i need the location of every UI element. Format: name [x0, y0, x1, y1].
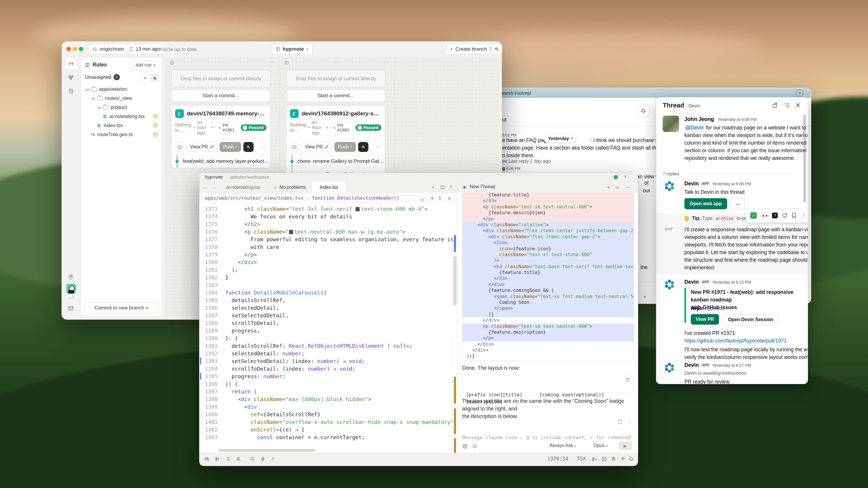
scrollbar-thumb[interactable] — [453, 256, 457, 305]
message-timestamp[interactable]: Yesterday at 6:15 PM — [712, 280, 751, 285]
check-reaction-icon[interactable]: ✓ — [750, 212, 757, 219]
editor-scrollbar[interactable] — [453, 203, 457, 453]
expand-input-icon[interactable]: ↗ — [628, 433, 632, 439]
push-button[interactable]: Push ↑ — [335, 142, 356, 152]
tree-item-product[interactable]: product — [83, 103, 160, 112]
tree-view-toggle[interactable] — [151, 74, 159, 82]
code-line[interactable]: 1373 <h2 className="text-3xl font-serif … — [199, 205, 453, 213]
code-line[interactable]: 1375 </h2> — [199, 221, 453, 228]
zeta-icon[interactable]: z» — [592, 456, 597, 462]
mention-icon[interactable]: @ — [462, 443, 468, 449]
collab-panel-icon[interactable] — [236, 456, 241, 462]
code-line[interactable]: 1388 scrollToDetail, — [199, 319, 453, 327]
code-line[interactable]: 1401 className="overflow-x-auto scrollba… — [199, 418, 453, 426]
open-devin-session-button[interactable]: Open Devin Session — [722, 314, 779, 325]
branch-card[interactable]: devin/1764380749-memory-pageNothing to .… — [171, 105, 270, 168]
code-line[interactable]: 1398 <div className="max-[800px]:block h… — [199, 395, 453, 403]
ci-status-badge[interactable]: ✓Passed — [241, 124, 267, 131]
user-avatar-switcher[interactable]: ▲▼ — [65, 282, 78, 300]
branch-name[interactable]: devin/1764380749-memory-page — [187, 110, 267, 117]
nav-back-icon[interactable]: ← — [203, 185, 208, 190]
start-commit-button[interactable]: Start a commit... — [286, 90, 385, 102]
split-pane-icon[interactable] — [440, 185, 445, 190]
cursor-position[interactable]: 1370:34 — [547, 456, 568, 462]
author-name[interactable]: Devin — [684, 279, 699, 285]
notifications-bell-icon[interactable] — [628, 456, 634, 462]
devin-emoji-icon[interactable]: ? — [772, 213, 778, 218]
lane-drag-handle[interactable]: ········ — [332, 60, 339, 64]
slack-search-input[interactable]: earch Fastrepl — [502, 91, 531, 96]
tab-ai-notetaking[interactable]: ai-notetaking.tsx — [219, 182, 268, 193]
new-tab-icon[interactable]: + — [431, 184, 435, 191]
message-timestamp[interactable]: Yesterday at 6:06 PM — [717, 117, 756, 122]
cursor-icon[interactable]: I — [438, 193, 441, 203]
open-web-app-button[interactable]: Open web app — [684, 198, 727, 209]
agent-history-icon[interactable]: ≔ — [615, 185, 620, 190]
tree-item-routetree-gen-ts[interactable]: TSrouteTree.gen.ts — [83, 130, 160, 139]
add-rule-button[interactable]: Add rule + — [132, 60, 159, 69]
code-line[interactable]: 1380 </div> — [199, 259, 453, 266]
diagnostics-icon[interactable]: ✓ — [271, 456, 275, 462]
commit-to-new-branch-button[interactable]: Commit to new branch + — [84, 302, 159, 314]
copy-icon[interactable] — [625, 377, 630, 382]
ci-status-badge[interactable]: ✓Passed — [355, 124, 381, 131]
model-selector[interactable]: Opus ▾ — [594, 443, 608, 448]
open-in-channel-icon[interactable] — [772, 102, 778, 108]
code-line[interactable]: 1386 selectedDetail, — [199, 304, 453, 312]
sort-icon[interactable]: ⇅ — [448, 193, 451, 203]
horizontal-scrollbar-thumb[interactable] — [219, 449, 315, 452]
list-view-toggle[interactable]: ≡ — [141, 74, 149, 82]
slack-titlebar[interactable]: earch Fastrepl ? — [499, 88, 811, 98]
code-line[interactable]: 1376 <p className="text-neutral-600 max-… — [199, 228, 453, 236]
mention[interactable]: @Devin — [684, 125, 705, 131]
expand-icon[interactable]: ↗ — [449, 185, 453, 190]
view-pr-button[interactable]: View PR — [691, 314, 719, 325]
tree-item-routes-view[interactable]: routes/_view — [83, 94, 160, 103]
code-line[interactable]: 1374 We focus on every bit of details — [199, 213, 453, 221]
project-selector[interactable]: hyprnote ▲▼ — [272, 44, 312, 55]
settings-gear-icon[interactable] — [65, 270, 77, 283]
quick-actions-icon[interactable] — [260, 456, 266, 462]
code-line[interactable]: 1387 setSelectedDetail, — [199, 312, 453, 319]
pr-badge[interactable]: PR #1982 — [330, 122, 353, 133]
help-icon[interactable]: ? — [796, 90, 803, 97]
send-button[interactable]: ▶ — [619, 442, 632, 450]
code-line[interactable]: 1403 const container = e.currentTarget; — [199, 433, 453, 441]
maximize-window-button[interactable] — [79, 47, 83, 51]
context-target-icon[interactable] — [472, 444, 477, 449]
close-icon[interactable]: ✕ — [795, 102, 801, 109]
code-line[interactable]: 1378 with care — [199, 243, 453, 251]
push-button[interactable]: Push ↑ — [220, 142, 241, 152]
permission-mode-selector[interactable]: Always Ask ▾ — [549, 443, 576, 448]
history-tab-icon[interactable] — [65, 85, 77, 97]
agent-more-icon[interactable]: ⋯ — [625, 184, 630, 190]
card-more-icon[interactable]: ⋯ — [376, 144, 381, 150]
tab-index-tsx[interactable]: index.tsx — [312, 182, 346, 193]
project-panel-icon[interactable] — [204, 456, 209, 462]
tree-item-ai-notetaking-tsx[interactable]: ai-notetaking.tsx — [83, 112, 160, 121]
branch-name[interactable]: devin/1764380912-gallery-shortcuts — [302, 110, 381, 117]
branch-status-button[interactable]: origin/main 13 min ago — [89, 44, 164, 55]
code-line[interactable]: 1393 setSelectedDetail: (index: number) … — [199, 357, 453, 365]
view-pr-button[interactable]: View PR — [301, 142, 332, 152]
view-pr-button[interactable]: View PR — [187, 142, 217, 152]
buffer-search-icon[interactable] — [420, 193, 425, 203]
author-name[interactable]: Devin — [684, 362, 699, 368]
nav-forward-icon[interactable]: → — [211, 185, 216, 190]
chevron-down-icon[interactable] — [97, 105, 101, 109]
message-timestamp[interactable]: Yesterday at 6:06 PM — [712, 182, 751, 186]
assign-icon-button[interactable] — [175, 142, 184, 152]
tree-item-index-tsx[interactable]: index.tsx — [83, 121, 160, 130]
code-line[interactable]: 1377 From powerful editing to seamless o… — [199, 236, 453, 243]
agent-message-input[interactable]: Message Claude Code — @ to include conte… — [462, 435, 631, 440]
lane-drag-handle[interactable]: ········ — [218, 60, 224, 64]
scroll-up-icon[interactable]: ↑ — [628, 419, 631, 425]
tree-item-apps-web-src[interactable]: apps/web/src — [83, 85, 160, 94]
bookmark-icon[interactable] — [792, 213, 797, 218]
chevron-down-icon[interactable]: ▾ — [644, 294, 646, 299]
minimize-window-button[interactable] — [73, 47, 77, 51]
code-line[interactable]: 1390}: { — [199, 335, 453, 342]
code-line[interactable]: 1399 <div — [199, 403, 453, 411]
message-timestamp[interactable]: 6:07 — [665, 227, 672, 231]
code-line[interactable]: 1383 — [199, 281, 453, 289]
